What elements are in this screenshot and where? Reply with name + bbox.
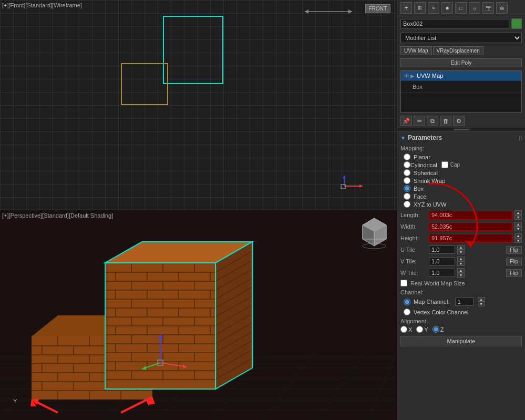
align-x-radio[interactable] [400, 326, 407, 333]
mapping-xyz-option[interactable]: XYZ to UVW [404, 200, 519, 208]
map-channel-down-btn[interactable]: ▼ [478, 302, 485, 306]
toolbar-plus-btn[interactable]: + [400, 2, 412, 14]
vertex-color-radio[interactable] [404, 309, 410, 315]
parameters-section-header[interactable]: ▼ Parameters || [397, 132, 525, 144]
spherical-radio[interactable] [404, 169, 410, 176]
u-tile-down-btn[interactable]: ▼ [457, 250, 465, 254]
width-down-btn[interactable]: ▼ [514, 227, 522, 231]
uwv-map-btn[interactable]: UVW Map [400, 46, 432, 55]
v-tile-input[interactable] [429, 257, 455, 265]
modifier-list-dropdown[interactable]: Modifier List [400, 33, 522, 43]
v-tile-up-btn[interactable]: ▲ [457, 257, 465, 261]
w-tile-label: W Tile: [400, 270, 427, 276]
cap-checkbox[interactable] [441, 161, 448, 168]
map-channel-up-btn[interactable]: ▲ [478, 297, 485, 302]
w-tile-input[interactable] [429, 269, 455, 277]
edit-poly-btn[interactable]: Edit Poly [400, 58, 522, 67]
front-viewport[interactable]: [+][Front][Standard][Wireframe] FRONT [0, 0, 397, 210]
toolbar-camera-btn[interactable]: 📷 [482, 2, 494, 14]
w-tile-up-btn[interactable]: ▲ [457, 268, 465, 273]
width-up-btn[interactable]: ▲ [514, 222, 522, 227]
length-label: Length: [400, 212, 427, 218]
stack-config-btn[interactable]: ⚙ [453, 116, 465, 126]
toolbar-cube-btn[interactable]: □ [455, 2, 467, 14]
vertex-color-row[interactable]: Vertex Color Channel [397, 308, 525, 316]
real-world-checkbox[interactable] [400, 280, 407, 286]
align-y-radio[interactable] [416, 326, 423, 333]
object-color-swatch[interactable] [511, 18, 522, 29]
parameters-pin-icon: || [519, 135, 522, 141]
planar-radio[interactable] [404, 153, 410, 160]
stack-item-uwv-map[interactable]: 👁 ▶ UVW Map [401, 71, 521, 81]
width-spinner[interactable]: ▲ ▼ [514, 222, 522, 231]
w-tile-row: W Tile: ▲ ▼ Flip [397, 267, 525, 279]
svg-marker-7 [348, 9, 352, 14]
cylindrical-radio[interactable] [404, 161, 410, 168]
toolbar-helper-btn[interactable]: ⊕ [496, 2, 508, 14]
nav-cube[interactable] [357, 216, 392, 251]
xyz-radio[interactable] [404, 201, 410, 208]
box-radio[interactable] [404, 185, 410, 192]
height-up-btn[interactable]: ▲ [514, 233, 522, 238]
w-tile-down-btn[interactable]: ▼ [457, 273, 465, 278]
align-x-option[interactable]: X [400, 326, 412, 333]
vray-displacement-btn[interactable]: VRayDisplacemen [433, 46, 483, 55]
w-tile-spinner[interactable]: ▲ ▼ [457, 268, 465, 278]
perspective-viewport[interactable]: [+][Perspective][Standard][Default Shadi… [0, 210, 397, 420]
height-spinner[interactable]: ▲ ▼ [514, 233, 522, 243]
manipulate-btn[interactable]: Manipulate [400, 336, 522, 346]
stack-item-box[interactable]: Box [401, 81, 521, 93]
mapping-planar-option[interactable]: Planar [404, 153, 519, 161]
object-name-input[interactable] [400, 19, 509, 28]
height-label: Height: [400, 235, 427, 241]
parameters-title: Parameters [408, 134, 517, 141]
height-input[interactable] [429, 234, 512, 242]
alignment-label: Alignment: [397, 316, 525, 325]
u-tile-spinner[interactable]: ▲ ▼ [457, 245, 465, 254]
length-row: Length: ▲ ▼ [397, 209, 525, 221]
stack-edit-btn[interactable]: ✏ [414, 116, 425, 126]
v-tile-down-btn[interactable]: ▼ [457, 261, 465, 266]
height-down-btn[interactable]: ▼ [514, 238, 522, 243]
unselected-object-outline [121, 63, 168, 105]
box-label: Box [414, 186, 424, 192]
length-spinner[interactable]: ▲ ▼ [514, 210, 522, 220]
toolbar-sphere-btn[interactable]: ● [441, 2, 453, 14]
align-z-radio[interactable] [433, 326, 439, 333]
stack-pin-btn[interactable]: 📌 [400, 116, 412, 126]
eye-icon[interactable]: 👁 [404, 73, 409, 79]
u-tile-label: U Tile: [400, 247, 427, 253]
u-tile-input[interactable] [429, 245, 455, 254]
triangle-icon[interactable]: ▶ [410, 73, 415, 79]
u-tile-up-btn[interactable]: ▲ [457, 245, 465, 250]
map-channel-value-input[interactable] [455, 298, 473, 306]
shrinkwrap-radio[interactable] [404, 177, 410, 184]
length-down-btn[interactable]: ▼ [514, 215, 522, 220]
width-input[interactable] [429, 222, 512, 231]
map-channel-radio[interactable] [404, 299, 410, 305]
length-input[interactable] [429, 211, 512, 219]
toolbar-graph-btn[interactable]: ⊞ [414, 2, 426, 14]
stack-delete-btn[interactable]: 🗑 [440, 116, 451, 126]
face-radio[interactable] [404, 193, 410, 200]
mapping-shrinkwrap-option[interactable]: Shrink Wrap [404, 177, 519, 185]
map-channel-row[interactable]: Map Channel: ▲ ▼ [397, 296, 525, 308]
align-z-option[interactable]: Z [433, 326, 444, 333]
v-flip-btn[interactable]: Flip [506, 258, 522, 265]
toolbar-light-btn[interactable]: ☼ [469, 2, 480, 14]
mapping-spherical-option[interactable]: Spherical [404, 169, 519, 177]
mapping-box-option[interactable]: Box [404, 185, 519, 192]
mapping-cylindrical-option[interactable]: Cylindrical Cap [404, 161, 519, 169]
u-flip-btn[interactable]: Flip [506, 246, 522, 254]
v-tile-row: V Tile: ▲ ▼ Flip [397, 255, 525, 267]
stack-copy-btn[interactable]: ⧉ [427, 116, 438, 126]
align-y-label: Y [424, 326, 428, 333]
length-up-btn[interactable]: ▲ [514, 210, 522, 215]
front-view-button[interactable]: FRONT [365, 4, 390, 13]
align-y-option[interactable]: Y [416, 326, 428, 333]
mapping-face-option[interactable]: Face [404, 192, 519, 200]
map-channel-spinner[interactable]: ▲ ▼ [478, 297, 485, 306]
toolbar-stack-btn[interactable]: ≡ [428, 2, 439, 14]
w-flip-btn[interactable]: Flip [506, 269, 522, 277]
v-tile-spinner[interactable]: ▲ ▼ [457, 257, 465, 266]
